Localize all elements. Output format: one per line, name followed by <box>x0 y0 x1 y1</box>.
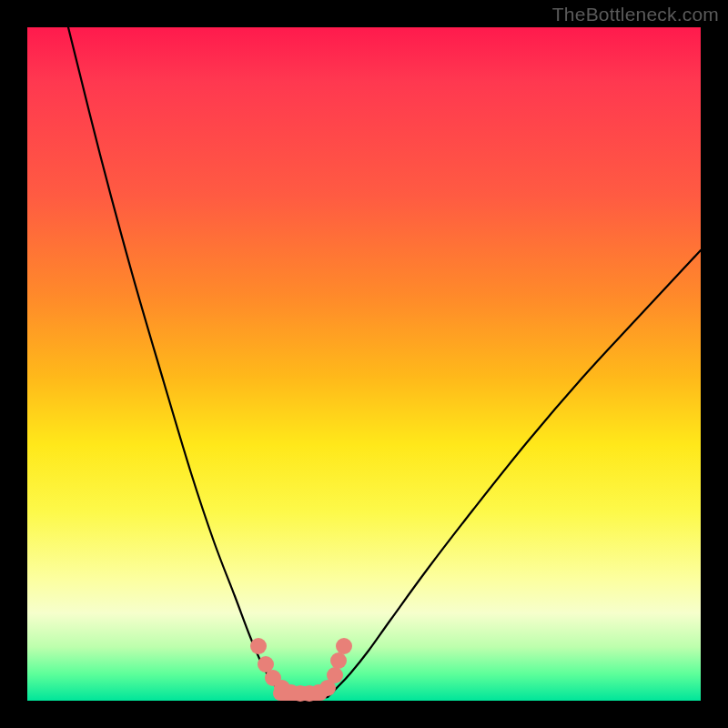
marker-dot <box>327 667 343 683</box>
chart-svg <box>27 27 701 701</box>
marker-dot <box>330 652 347 669</box>
curve-group <box>68 27 701 699</box>
marker-dot <box>336 638 352 654</box>
watermark-text: TheBottleneck.com <box>552 4 719 25</box>
right-curve <box>328 250 701 697</box>
plot-area <box>27 27 701 701</box>
chart-frame: TheBottleneck.com <box>0 0 728 728</box>
marker-group <box>250 638 352 702</box>
left-curve <box>68 27 289 697</box>
marker-bar <box>273 686 328 701</box>
marker-dot <box>250 638 267 654</box>
